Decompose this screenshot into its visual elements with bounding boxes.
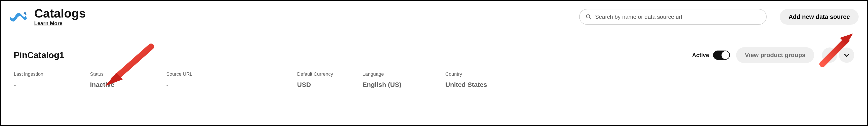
active-toggle-block: Active bbox=[692, 51, 730, 60]
add-data-source-button[interactable]: Add new data source bbox=[780, 9, 859, 25]
active-toggle[interactable] bbox=[713, 51, 730, 60]
chevron-down-icon bbox=[843, 52, 850, 59]
field-language: Language English (US) bbox=[363, 71, 445, 89]
field-label: Source URL bbox=[166, 71, 297, 77]
app-logo bbox=[7, 6, 29, 28]
page-title: Catalogs bbox=[34, 7, 86, 20]
search-icon bbox=[586, 14, 592, 20]
catalog-card-header: PinCatalog1 Active View product groups bbox=[14, 40, 854, 68]
svg-line-1 bbox=[589, 18, 591, 19]
field-label: Language bbox=[363, 71, 445, 77]
expand-button[interactable] bbox=[839, 48, 854, 63]
field-source-url: Source URL - bbox=[166, 71, 297, 89]
search-field[interactable] bbox=[579, 9, 767, 25]
field-last-ingestion: Last ingestion - bbox=[14, 71, 90, 89]
title-block: Catalogs Learn More bbox=[34, 7, 86, 26]
view-product-groups-button[interactable]: View product groups bbox=[736, 47, 814, 63]
field-label: Default Currency bbox=[297, 71, 363, 77]
wave-logo-icon bbox=[8, 7, 28, 27]
toggle-knob bbox=[721, 51, 730, 59]
field-value: Inactive bbox=[90, 81, 166, 89]
pencil-icon bbox=[826, 52, 833, 59]
field-value: - bbox=[14, 81, 90, 89]
field-default-currency: Default Currency USD bbox=[297, 71, 363, 89]
edit-button[interactable] bbox=[822, 48, 837, 63]
field-country: Country United States bbox=[445, 71, 532, 89]
active-label: Active bbox=[692, 52, 709, 59]
catalog-card: PinCatalog1 Active View product groups L… bbox=[8, 40, 860, 95]
learn-more-link[interactable]: Learn More bbox=[34, 20, 86, 26]
field-value: - bbox=[166, 81, 297, 89]
field-value: United States bbox=[445, 81, 532, 89]
field-label: Country bbox=[445, 71, 532, 77]
field-value: English (US) bbox=[363, 81, 445, 89]
field-status: Status Inactive bbox=[90, 71, 166, 89]
search-input[interactable] bbox=[595, 14, 760, 20]
page-header: Catalogs Learn More Add new data source bbox=[1, 1, 867, 33]
field-value: USD bbox=[297, 81, 363, 89]
catalog-fields: Last ingestion - Status Inactive Source … bbox=[14, 68, 854, 89]
catalog-name: PinCatalog1 bbox=[14, 50, 64, 60]
field-label: Last ingestion bbox=[14, 71, 90, 77]
field-label: Status bbox=[90, 71, 166, 77]
